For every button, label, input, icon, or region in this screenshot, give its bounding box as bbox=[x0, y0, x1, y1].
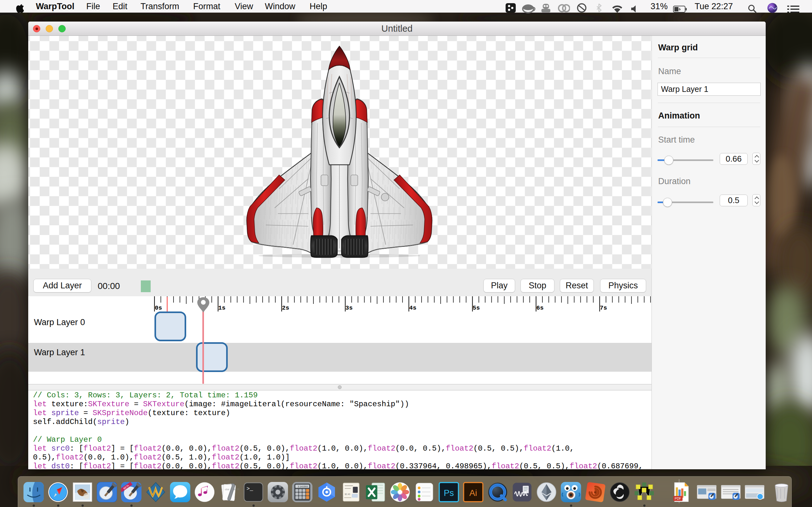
svg-text:PDF: PDF bbox=[675, 497, 681, 500]
svg-text:Ps: Ps bbox=[444, 488, 454, 498]
svg-text:>_: >_ bbox=[247, 486, 253, 492]
svg-text:3.141593: 3.141593 bbox=[298, 485, 308, 488]
svg-text:$2.40: $2.40 bbox=[345, 493, 350, 495]
svg-text:Ai: Ai bbox=[469, 488, 477, 498]
